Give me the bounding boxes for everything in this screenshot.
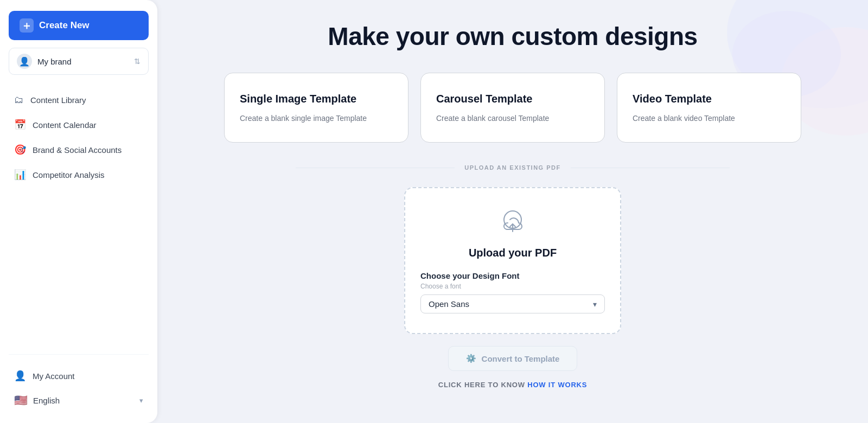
video-template-card[interactable]: Video Template Create a blank video Temp… <box>617 73 801 143</box>
brand-name: My brand <box>37 57 129 66</box>
competitor-icon: 📊 <box>14 169 26 181</box>
content-calendar-icon: 📅 <box>14 119 26 131</box>
how-it-works-link[interactable]: HOW IT WORKS <box>527 381 587 389</box>
brand-social-icon: 🎯 <box>14 144 26 156</box>
sidebar-item-competitor-analysis[interactable]: 📊 Competitor Analysis <box>9 162 149 187</box>
my-account-icon: 👤 <box>14 370 26 382</box>
font-label: Choose your Design Font <box>420 271 520 280</box>
font-sublabel: Choose a font <box>420 283 461 290</box>
upload-section-label: UPLOAD AN EXISTING PDF <box>455 164 570 171</box>
avatar-icon: 👤 <box>17 54 32 69</box>
my-account-item[interactable]: 👤 My Account <box>9 363 149 388</box>
create-new-button[interactable]: ＋ Create New <box>9 11 149 40</box>
sidebar-item-content-calendar[interactable]: 📅 Content Calendar <box>9 112 149 137</box>
font-value: Open Sans <box>429 299 589 309</box>
divider-line-right <box>571 168 730 168</box>
brand-selector[interactable]: 👤 My brand ⇅ <box>9 48 149 75</box>
language-label: English <box>33 396 60 405</box>
carousel-desc: Create a blank carousel Template <box>436 114 589 123</box>
single-image-title: Single Image Template <box>240 93 393 105</box>
sidebar-item-content-library[interactable]: 🗂 Content Library <box>9 88 149 112</box>
carousel-title: Carousel Template <box>436 93 589 105</box>
single-image-template-card[interactable]: Single Image Template Create a blank sin… <box>224 73 409 143</box>
brand-chevron-icon: ⇅ <box>134 57 141 66</box>
main-content: Make your own custom designs Single Imag… <box>157 0 868 423</box>
pdf-upload-area[interactable]: Upload your PDF Choose your Design Font … <box>404 187 621 334</box>
sidebar-item-brand-social[interactable]: 🎯 Brand & Social Accounts <box>9 137 149 162</box>
template-cards-row: Single Image Template Create a blank sin… <box>214 73 811 143</box>
upload-divider: UPLOAD AN EXISTING PDF <box>296 164 730 171</box>
plus-icon: ＋ <box>20 18 34 33</box>
upload-cloud-icon <box>498 208 527 237</box>
font-selector[interactable]: Open Sans ▾ <box>420 294 605 313</box>
video-desc: Create a blank video Template <box>633 114 786 123</box>
upload-title: Upload your PDF <box>469 247 557 259</box>
how-it-works-row: CLICK HERE TO KNOW HOW IT WORKS <box>438 381 587 389</box>
sidebar: ＋ Create New 👤 My brand ⇅ 🗂 Content Libr… <box>0 0 157 423</box>
language-selector[interactable]: 🇺🇸 English ▾ <box>9 388 149 412</box>
sidebar-nav: 🗂 Content Library 📅 Content Calendar 🎯 B… <box>9 88 149 187</box>
single-image-desc: Create a blank single image Template <box>240 114 393 123</box>
main-inner: Make your own custom designs Single Imag… <box>214 22 811 389</box>
font-select-chevron-icon: ▾ <box>593 300 597 309</box>
page-title: Make your own custom designs <box>328 22 697 51</box>
video-title: Video Template <box>633 93 786 105</box>
sidebar-bottom: 👤 My Account 🇺🇸 English ▾ <box>9 354 149 412</box>
flag-icon: 🇺🇸 <box>14 394 28 407</box>
convert-settings-icon: ⚙️ <box>466 354 476 363</box>
lang-chevron-icon: ▾ <box>139 396 143 405</box>
how-it-works-prefix: CLICK HERE TO KNOW <box>438 381 525 389</box>
divider-line-left <box>296 168 455 168</box>
convert-to-template-button[interactable]: ⚙️ Convert to Template <box>448 346 578 371</box>
content-library-icon: 🗂 <box>14 94 24 106</box>
carousel-template-card[interactable]: Carousel Template Create a blank carouse… <box>420 73 605 143</box>
